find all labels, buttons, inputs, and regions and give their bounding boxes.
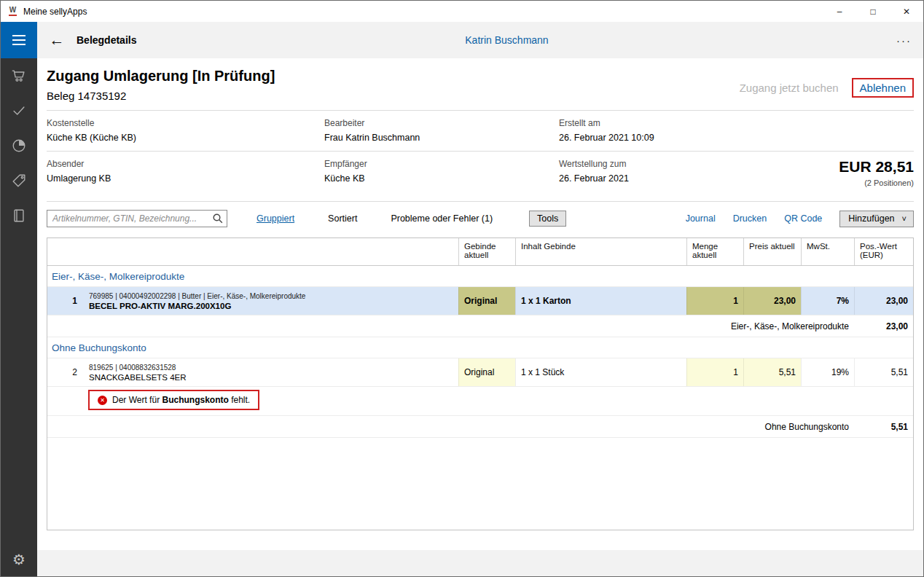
group-header[interactable]: Eier-, Käse-, Molkereiprodukte (47, 266, 913, 287)
pie-chart-icon[interactable] (1, 128, 37, 163)
add-dropdown-button[interactable]: Hinzufügen ˅ (839, 211, 914, 227)
wert-cell: 23,00 (854, 287, 913, 315)
field-label: Absender (47, 159, 324, 169)
field-bearbeiter: Bearbeiter Frau Katrin Buschmann (324, 118, 559, 143)
journal-link[interactable]: Journal (686, 213, 716, 224)
bottom-strip (37, 550, 923, 576)
article-name: BECEL PRO-AKTIV MARG.200X10G (89, 302, 231, 310)
chevron-down-icon: ˅ (902, 215, 907, 222)
table-header-row: Gebinde aktuell Inhalt Gebinde Menge akt… (47, 238, 913, 266)
gebinde-cell[interactable]: Original (458, 358, 515, 386)
group-subtotal-row: Eier-, Käse-, Molkereiprodukte 23,00 (47, 315, 913, 337)
menge-cell[interactable]: 1 (686, 287, 743, 315)
field-label: Erstellt am (559, 118, 914, 128)
inhalt-cell[interactable]: 1 x 1 Stück (515, 358, 686, 386)
search-box (47, 210, 227, 227)
positions-table: Gebinde aktuell Inhalt Gebinde Menge akt… (47, 238, 914, 530)
user-name-link[interactable]: Katrin Buschmann (465, 34, 548, 46)
field-label: Empfänger (324, 159, 559, 169)
search-icon[interactable] (212, 213, 224, 224)
cart-icon[interactable] (1, 58, 37, 93)
search-input[interactable] (47, 211, 227, 227)
grouped-toggle[interactable]: Gruppiert (257, 213, 294, 224)
sorted-toggle[interactable]: Sortiert (328, 213, 357, 224)
table-row[interactable]: 1 769985 | 04000492002298 | Butter | Eie… (47, 287, 913, 315)
price-tag-icon[interactable] (1, 163, 37, 198)
inhalt-cell[interactable]: 1 x 1 Karton (515, 287, 686, 315)
row-position: 2 (47, 358, 84, 386)
close-button[interactable]: ✕ (890, 1, 923, 22)
book-now-button[interactable]: Zugang jetzt buchen (740, 82, 839, 94)
subtotal-value: 23,00 (854, 315, 913, 337)
fields-row-1: Kostenstelle Küche KB (Küche KB) Bearbei… (47, 110, 914, 151)
back-arrow-icon[interactable]: ← (44, 31, 69, 49)
subtotal-value: 5,51 (854, 416, 913, 437)
more-options-icon[interactable]: ··· (896, 34, 912, 47)
row-position: 1 (47, 287, 84, 315)
col-header-mwst: MwSt. (801, 238, 854, 265)
field-erstellt-am: Erstellt am 26. Februar 2021 10:09 (559, 118, 914, 143)
content-area: Zugang Umlagerung [In Prüfung] Beleg 147… (37, 58, 923, 550)
mwst-cell: 7% (801, 287, 854, 315)
window-title: Meine sellyApps (23, 7, 87, 17)
total-amount: EUR 28,51 (839, 158, 914, 176)
field-empfaenger: Empfänger Küche KB (324, 159, 559, 184)
gebinde-cell[interactable]: Original (458, 287, 515, 315)
article-meta: 769985 | 04000492002298 | Butter | Eier-… (89, 292, 305, 300)
settings-gear-icon[interactable]: ⚙ (1, 543, 37, 576)
minimize-button[interactable]: – (823, 1, 856, 22)
page-header: ← Belegdetails Katrin Buschmann ··· (37, 22, 923, 58)
field-value: Umlagerung KB (47, 173, 324, 184)
field-absender: Absender Umlagerung KB (47, 159, 324, 184)
field-value: 26. Februar 2021 10:09 (559, 133, 914, 143)
fields-row-2: Absender Umlagerung KB Empfänger Küche K… (47, 151, 914, 201)
mwst-cell: 19% (801, 358, 854, 386)
sidebar: ⚙ (1, 22, 37, 576)
page-title: Belegdetails (77, 34, 136, 46)
col-header-article (84, 238, 458, 265)
col-header-pos (47, 238, 84, 265)
journal-icon[interactable] (1, 198, 37, 233)
col-header-menge: Menge aktuell (686, 238, 743, 265)
checkmark-icon[interactable] (1, 93, 37, 128)
field-label: Kostenstelle (47, 118, 324, 128)
field-value: Frau Katrin Buschmann (324, 133, 559, 143)
preis-cell[interactable]: 23,00 (743, 287, 801, 315)
titlebar: W Meine sellyApps – □ ✕ (1, 1, 923, 22)
add-label: Hinzufügen (848, 213, 894, 224)
wert-cell: 5,51 (854, 358, 913, 386)
article-cell: 769985 | 04000492002298 | Butter | Eier-… (84, 287, 458, 315)
table-empty-area (47, 438, 913, 530)
row-error-row: ✕ Der Wert für Buchungskonto fehlt. (47, 387, 913, 416)
col-header-preis: Preis aktuell (743, 238, 801, 265)
field-value: Küche KB (324, 173, 559, 184)
app-window: W Meine sellyApps – □ ✕ (0, 0, 924, 577)
subtotal-label: Ohne Buchungskonto (47, 416, 854, 437)
maximize-button[interactable]: □ (856, 1, 890, 22)
document-title: Zugang Umlagerung [In Prüfung] (47, 68, 275, 85)
reject-button[interactable]: Ablehnen (852, 78, 914, 98)
preis-cell[interactable]: 5,51 (743, 358, 801, 386)
col-header-inhalt: Inhalt Gebinde (515, 238, 686, 265)
document-number: Beleg 14735192 (47, 90, 275, 102)
window-controls: – □ ✕ (823, 1, 923, 22)
table-row[interactable]: 2 819625 | 04008832631528 SNACKGABELSETS… (47, 358, 913, 387)
col-header-gebinde: Gebinde aktuell (458, 238, 515, 265)
group-header[interactable]: Ohne Buchungskonto (47, 337, 913, 358)
field-kostenstelle: Kostenstelle Küche KB (Küche KB) (47, 118, 324, 143)
positions-count: (2 Positionen) (839, 178, 914, 187)
hamburger-menu-icon[interactable] (1, 22, 37, 58)
total-amount-block: EUR 28,51 (2 Positionen) (839, 158, 914, 187)
menge-cell[interactable]: 1 (686, 358, 743, 386)
validation-error-message: ✕ Der Wert für Buchungskonto fehlt. (88, 390, 259, 410)
field-value: Küche KB (Küche KB) (47, 133, 324, 143)
article-name: SNACKGABELSETS 4ER (89, 373, 187, 382)
subtotal-label: Eier-, Käse-, Molkereiprodukte (47, 315, 854, 337)
tools-button[interactable]: Tools (529, 211, 566, 227)
problems-filter[interactable]: Probleme oder Fehler (1) (391, 213, 493, 224)
qr-code-link[interactable]: QR Code (784, 213, 822, 224)
field-label: Bearbeiter (324, 118, 559, 128)
item-toolbar: Gruppiert Sortiert Probleme oder Fehler … (47, 201, 914, 235)
article-meta: 819625 | 04008832631528 (89, 364, 176, 372)
print-link[interactable]: Drucken (733, 213, 767, 224)
